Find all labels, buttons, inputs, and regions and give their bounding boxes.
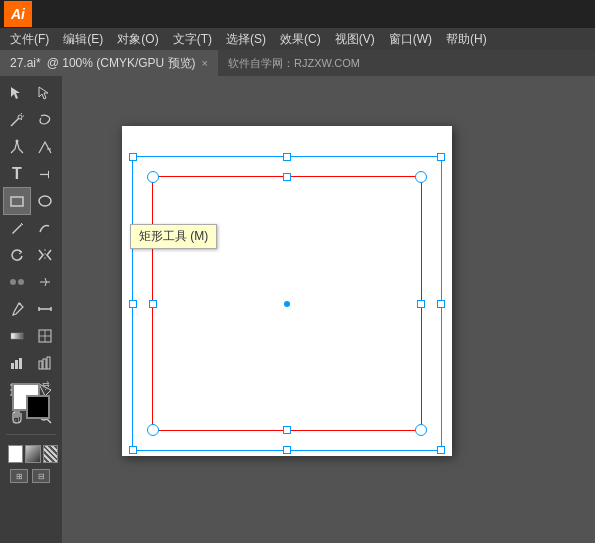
add-anchor-tool[interactable] [32,134,58,160]
svg-point-14 [19,303,21,305]
handle-top-center[interactable] [283,153,291,161]
handle-bottom-left[interactable] [129,446,137,454]
tab-bar: 27.ai* @ 100% (CMYK/GPU 预览) × 软件自学网：RJZX… [0,50,595,76]
smooth-tool[interactable] [32,215,58,241]
menu-help[interactable]: 帮助(H) [440,29,493,50]
tool-row-transform [0,242,62,268]
pencil-tool[interactable] [4,215,30,241]
tool-row-pen [0,134,62,160]
handle-bottom-center[interactable] [283,446,291,454]
tool-row-wand [0,107,62,133]
red-rectangle[interactable] [152,176,422,431]
pen-tool[interactable] [4,134,30,160]
tool-row-gradient [0,323,62,349]
eyedropper-tool[interactable] [4,296,30,322]
direct-selection-tool[interactable] [32,80,58,106]
rotate-tool[interactable] [4,242,30,268]
main-layout: T T [0,76,595,543]
none-fill-button[interactable] [43,445,58,463]
screen-mode-row: ⊞ ⊟ [4,469,58,483]
tool-row-selection [0,80,62,106]
graph-tool[interactable] [4,350,30,376]
width-tool[interactable] [32,269,58,295]
svg-point-5 [16,140,19,143]
reflect-tool[interactable] [32,242,58,268]
toolbar: T T [0,76,62,543]
type-tool[interactable]: T [4,161,30,187]
solid-fill-button[interactable] [8,445,23,463]
corner-handle-br[interactable] [415,424,427,436]
mesh-tool[interactable] [32,323,58,349]
tool-row-eyedropper [0,296,62,322]
svg-rect-7 [11,197,23,206]
center-point [284,301,290,307]
corner-handle-bl[interactable] [147,424,159,436]
svg-rect-23 [15,360,18,369]
artboard[interactable] [122,126,452,456]
svg-rect-22 [11,363,14,369]
menu-effect[interactable]: 效果(C) [274,29,327,50]
svg-point-11 [10,279,16,285]
menu-window[interactable]: 窗口(W) [383,29,438,50]
measure-tool[interactable] [32,296,58,322]
tab-filename: 27.ai* [10,56,41,70]
color-section: ⇄ ⊡ ⊞ ⊟ [4,377,58,483]
active-tab[interactable]: 27.ai* @ 100% (CMYK/GPU 预览) × [0,50,218,76]
blend-tool[interactable] [4,269,30,295]
ai-logo: Ai [4,1,32,27]
svg-point-12 [18,279,24,285]
menu-object[interactable]: 对象(O) [111,29,164,50]
side-handle-right[interactable] [417,300,425,308]
magic-wand-tool[interactable] [4,107,30,133]
svg-rect-26 [43,359,46,369]
reset-colors-button[interactable]: ⊡ [12,415,20,425]
tool-row-pencil [0,215,62,241]
tool-row-type: T T [0,161,62,187]
column-graph-tool[interactable] [32,350,58,376]
gradient-tool[interactable] [4,323,30,349]
menu-bar: 文件(F) 编辑(E) 对象(O) 文字(T) 选择(S) 效果(C) 视图(V… [0,28,595,50]
handle-top-right[interactable] [437,153,445,161]
svg-rect-24 [19,358,22,369]
tab-site-info: 软件自学网：RJZXW.COM [218,56,370,71]
handle-mid-left[interactable] [129,300,137,308]
stroke-color-swatch[interactable] [26,395,50,419]
menu-view[interactable]: 视图(V) [329,29,381,50]
svg-rect-27 [47,357,50,369]
tab-info: @ 100% (CMYK/GPU 预览) [47,55,196,72]
lasso-tool[interactable] [32,107,58,133]
menu-type[interactable]: 文字(T) [167,29,218,50]
menu-file[interactable]: 文件(F) [4,29,55,50]
corner-handle-tr[interactable] [415,171,427,183]
rectangle-tool[interactable] [4,188,30,214]
swap-colors-button[interactable]: ⇄ [42,379,50,389]
menu-select[interactable]: 选择(S) [220,29,272,50]
svg-rect-25 [39,361,42,369]
stroke-fill-area: ⇄ ⊡ [8,377,54,417]
tab-close-button[interactable]: × [202,57,208,69]
tool-row-shapes [0,188,62,214]
selection-tool[interactable] [4,80,30,106]
tool-row-blend [0,269,62,295]
vertical-type-tool[interactable]: T [32,161,58,187]
svg-point-1 [18,115,22,119]
side-handle-top[interactable] [283,173,291,181]
normal-mode-button[interactable]: ⊞ [10,469,28,483]
side-handle-left[interactable] [149,300,157,308]
gradient-fill-button[interactable] [25,445,40,463]
menu-edit[interactable]: 编辑(E) [57,29,109,50]
fullscreen-mode-button[interactable]: ⊟ [32,469,50,483]
side-handle-bottom[interactable] [283,426,291,434]
title-bar: Ai [0,0,595,28]
canvas-area[interactable]: 矩形工具 (M) [62,76,595,543]
handle-top-left[interactable] [129,153,137,161]
svg-line-4 [21,119,22,120]
svg-rect-18 [11,333,23,339]
handle-bottom-right[interactable] [437,446,445,454]
handle-mid-right[interactable] [437,300,445,308]
svg-point-8 [39,196,51,206]
svg-line-0 [11,118,19,126]
ellipse-tool[interactable] [32,188,58,214]
corner-handle-tl[interactable] [147,171,159,183]
svg-line-2 [21,113,22,114]
